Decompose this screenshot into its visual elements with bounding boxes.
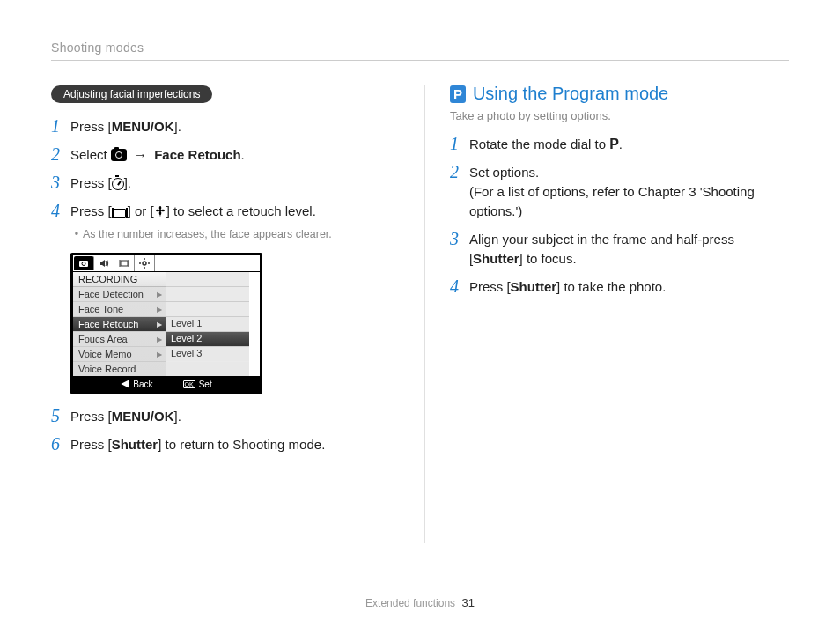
menu-row: Voice Record: [73, 362, 166, 376]
text: ] to select a retouch level.: [166, 203, 316, 218]
step-note: • As the number increases, the face appe…: [70, 225, 332, 244]
submenu-blank: [166, 302, 249, 317]
arrow-icon: →: [134, 147, 147, 162]
step-text: Press [MENU/OK].: [70, 117, 181, 136]
text: (For a list of options, refer to Chapter…: [469, 182, 789, 221]
menu-row: Face Detection▶: [73, 287, 166, 302]
section-pill: Adjusting facial imperfections: [51, 85, 212, 103]
text: Press [: [70, 203, 112, 218]
menu-tabs: [73, 255, 260, 272]
camera-icon: [111, 149, 127, 161]
tab-settings-icon: [135, 255, 155, 271]
menu-row-label: Foucs Area: [78, 334, 128, 344]
page: Shooting modes Adjusting facial imperfec…: [0, 0, 840, 634]
menu-row-selected: Face Retouch▶: [73, 317, 166, 332]
svg-point-1: [158, 206, 161, 210]
step-number: 3: [51, 173, 70, 191]
note-text: As the number increases, the face appear…: [83, 225, 332, 244]
text: Press [: [70, 409, 112, 424]
step-text: Set options. (For a list of options, ref…: [469, 163, 789, 221]
step-text: Align your subject in the frame and half…: [469, 230, 789, 269]
back-icon: [121, 380, 129, 388]
submenu-blank: [166, 272, 249, 287]
svg-point-4: [161, 210, 165, 212]
page-number: 31: [461, 596, 474, 609]
step-text: Rotate the mode dial to P.: [469, 135, 623, 154]
svg-point-3: [156, 210, 159, 212]
key-label: MENU/OK: [112, 119, 174, 134]
text: Rotate the mode dial to: [469, 136, 609, 151]
step-number: 1: [51, 117, 70, 135]
step-number: 2: [450, 163, 469, 181]
menu-body: RECORDING Face Detection▶ Face Tone▶ Fac…: [73, 272, 260, 376]
text: Press [: [70, 175, 112, 190]
text: ] to take the photo.: [556, 279, 666, 294]
right-column: P Using the Program mode Take a photo by…: [424, 85, 789, 543]
timer-icon: [112, 178, 124, 190]
step-number: 6: [51, 435, 70, 453]
step-4: 4 Press [] or [] to select a retouch lev…: [51, 202, 400, 244]
columns: Adjusting facial imperfections 1 Press […: [51, 85, 789, 543]
mode-dial-p-icon: P: [609, 135, 619, 154]
menu-left-pane: RECORDING Face Detection▶ Face Tone▶ Fac…: [73, 272, 166, 376]
footer-back: Back: [121, 380, 152, 389]
svg-rect-7: [121, 261, 128, 266]
step-r4: 4 Press [Shutter] to take the photo.: [450, 277, 789, 297]
bullet-icon: •: [70, 225, 83, 244]
text: ] to return to Shooting mode.: [158, 437, 325, 452]
step-5: 5 Press [MENU/OK].: [51, 407, 400, 426]
menu-row-label: Face Retouch: [78, 319, 138, 329]
step-text: Press [Shutter] to return to Shooting mo…: [70, 435, 325, 454]
text: ] to focus.: [519, 251, 577, 266]
tab-sound-icon: [94, 255, 114, 271]
step-1: 1 Press [MENU/OK].: [51, 117, 400, 136]
submenu-blank: [166, 287, 249, 302]
menu-section-title: RECORDING: [73, 272, 166, 287]
footer-back-label: Back: [133, 380, 152, 389]
breadcrumb: Shooting modes: [51, 41, 789, 55]
key-label: MENU/OK: [112, 409, 174, 424]
step-3: 3 Press [].: [51, 173, 400, 193]
step-text: Select → Face Retouch.: [70, 145, 245, 165]
menu-row-label: Face Detection: [78, 289, 144, 299]
tab-camera-icon: [74, 256, 94, 270]
svg-point-10: [143, 262, 146, 265]
ok-icon: OK: [183, 380, 195, 388]
macro-icon: [154, 206, 166, 218]
tab-empty: [155, 255, 174, 271]
display-icon: [112, 208, 128, 218]
step-number: 5: [51, 407, 70, 424]
step-text: Press [] or [] to select a retouch level…: [70, 202, 332, 244]
menu-row-label: Voice Memo: [78, 349, 132, 359]
menu-row-label: Voice Record: [78, 364, 136, 374]
key-label: Shutter: [473, 251, 519, 266]
text: Select: [70, 147, 111, 162]
step-number: 2: [51, 145, 70, 163]
step-6: 6 Press [Shutter] to return to Shooting …: [51, 435, 400, 454]
submenu-row: Level 3: [166, 347, 249, 361]
chevron-right-icon: ▶: [157, 321, 162, 328]
text: Press [: [70, 119, 112, 134]
text: ].: [124, 175, 131, 190]
step-text: Press [Shutter] to take the photo.: [469, 277, 666, 297]
chevron-right-icon: ▶: [157, 335, 162, 343]
step-text: Press [].: [70, 173, 131, 193]
step-number: 4: [450, 277, 469, 295]
menu-footer: Back OKSet: [73, 376, 260, 392]
left-column: Adjusting facial imperfections 1 Press […: [51, 85, 424, 543]
submenu-row-selected: Level 2: [166, 332, 249, 347]
program-title: Using the Program mode: [473, 84, 668, 104]
menu-screenshot: RECORDING Face Detection▶ Face Tone▶ Fac…: [70, 253, 262, 394]
chevron-right-icon: ▶: [157, 350, 162, 358]
text: Set options.: [469, 163, 789, 182]
chevron-right-icon: ▶: [157, 291, 162, 299]
program-mode-icon: P: [450, 85, 466, 103]
key-label: Shutter: [112, 437, 158, 452]
menu-row: Foucs Area▶: [73, 332, 166, 347]
footer-set: OKSet: [183, 380, 212, 389]
divider: [51, 60, 789, 61]
text: .: [241, 147, 245, 162]
text: ] or [: [128, 203, 154, 218]
text: Press [: [469, 279, 511, 294]
menu-row: Voice Memo▶: [73, 347, 166, 362]
